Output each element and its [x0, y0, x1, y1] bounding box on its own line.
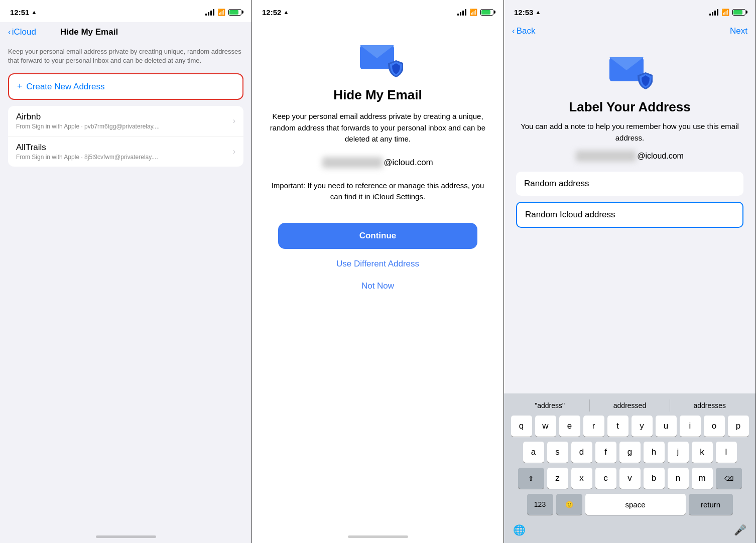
email-suffix-3: @icloud.com	[637, 152, 684, 161]
screen3-email-display: ███████ @icloud.com	[576, 151, 684, 162]
note-input-field[interactable]	[516, 202, 743, 228]
use-different-address-button[interactable]: Use Different Address	[336, 257, 419, 271]
create-new-address-button[interactable]: + Create New Address	[8, 73, 243, 100]
key-b[interactable]: b	[644, 468, 665, 489]
key-u[interactable]: u	[656, 416, 677, 437]
key-emoji[interactable]: 🙂	[556, 494, 582, 515]
label-input-field[interactable]	[516, 172, 743, 196]
screen2-title: Hide My Email	[333, 87, 422, 103]
screen-hide-my-email-intro: 12:52 ▲ 📶 Hid	[252, 0, 504, 543]
next-button[interactable]: Next	[730, 26, 747, 36]
signal-icon-2	[457, 9, 466, 16]
key-i[interactable]: i	[680, 416, 701, 437]
key-f[interactable]: f	[595, 442, 616, 463]
location-arrow-icon-2: ▲	[283, 9, 289, 15]
screen3-email-icon	[607, 49, 653, 91]
screen-label-your-address: 12:53 ▲ 📶 ‹ Back Next	[504, 0, 756, 543]
blurred-email-3: ███████	[576, 151, 636, 162]
location-arrow-icon-3: ▲	[535, 9, 541, 15]
key-z[interactable]: z	[547, 468, 568, 489]
address-list: Airbnb From Sign in with Apple · pvb7rm6…	[8, 106, 243, 167]
keyboard-rows: q w e r t y u i o p a s d f g h j k l	[506, 416, 753, 515]
battery-icon	[228, 9, 241, 16]
wifi-icon-3: 📶	[721, 9, 729, 16]
key-123[interactable]: 123	[527, 494, 553, 515]
list-item-alltrails[interactable]: AllTrails From Sign in with Apple · 8j5t…	[8, 137, 243, 167]
content-area-3: Label Your Address You can add a note to…	[504, 39, 755, 234]
status-icons-3: 📶	[709, 9, 745, 16]
chevron-right-icon-2	[233, 147, 235, 156]
location-arrow-icon: ▲	[31, 9, 37, 15]
back-button-3[interactable]: ‹ Back	[512, 26, 535, 36]
email-suffix: @icloud.com	[384, 158, 433, 168]
globe-icon[interactable]: 🌐	[511, 522, 528, 538]
screen3-subtitle: You can add a note to help you remember …	[516, 121, 743, 144]
status-bar-2: 12:52 ▲ 📶	[252, 0, 503, 22]
create-button-label: Create New Address	[27, 82, 105, 92]
key-m[interactable]: m	[692, 468, 713, 489]
key-n[interactable]: n	[668, 468, 689, 489]
item-sub-airbnb: From Sign in with Apple · pvb7rm6tgg@pri…	[16, 123, 160, 130]
wifi-icon: 📶	[217, 9, 225, 16]
key-x[interactable]: x	[571, 468, 592, 489]
key-j[interactable]: j	[668, 442, 689, 463]
signal-icon-3	[709, 9, 718, 16]
key-l[interactable]: l	[716, 442, 737, 463]
status-icons-2: 📶	[457, 9, 493, 16]
time-3: 12:53 ▲	[514, 8, 541, 17]
key-v[interactable]: v	[619, 468, 641, 489]
home-indicator-2	[348, 535, 408, 538]
key-row-1: q w e r t y u i o p	[508, 416, 751, 437]
screen2-description: Keep your personal email address private…	[267, 111, 488, 145]
item-name-airbnb: Airbnb	[16, 112, 160, 122]
screen3-title: Label Your Address	[569, 99, 690, 115]
key-y[interactable]: y	[632, 416, 653, 437]
key-c[interactable]: c	[595, 468, 616, 489]
time-1: 12:51 ▲	[10, 8, 37, 17]
battery-icon-3	[732, 9, 745, 16]
email-address-display: ███████ @icloud.com	[322, 157, 433, 168]
key-row-2: a s d f g h j k l	[508, 442, 751, 463]
content-area-2: Hide My Email Keep your personal email a…	[252, 22, 503, 308]
list-item-airbnb[interactable]: Airbnb From Sign in with Apple · pvb7rm6…	[8, 106, 243, 137]
time-2: 12:52 ▲	[262, 8, 289, 17]
signal-icon	[205, 9, 214, 16]
key-return[interactable]: return	[689, 494, 733, 515]
microphone-icon[interactable]: 🎤	[732, 522, 748, 538]
key-t[interactable]: t	[607, 416, 628, 437]
not-now-button[interactable]: Not Now	[361, 279, 394, 293]
key-p[interactable]: p	[728, 416, 749, 437]
status-bar-1: 12:51 ▲ 📶	[0, 0, 251, 22]
key-g[interactable]: g	[619, 442, 641, 463]
description-text: Keep your personal email address private…	[0, 41, 251, 73]
key-a[interactable]: a	[523, 442, 544, 463]
blurred-email: ███████	[322, 157, 383, 168]
autocomplete-item-2[interactable]: addresses	[670, 399, 749, 412]
autocomplete-item-0[interactable]: "address"	[510, 399, 590, 412]
autocomplete-bar: "address" addressed addresses	[506, 397, 753, 416]
key-o[interactable]: o	[704, 416, 725, 437]
key-w[interactable]: w	[535, 416, 556, 437]
key-row-4: 123 🙂 space return	[508, 494, 751, 515]
back-to-icloud-button[interactable]: ‹ iCloud	[8, 27, 36, 37]
key-q[interactable]: q	[511, 416, 532, 437]
page-title: Hide My Email	[60, 27, 118, 37]
chevron-right-icon	[233, 116, 235, 125]
key-k[interactable]: k	[692, 442, 713, 463]
autocomplete-item-1[interactable]: addressed	[590, 399, 670, 412]
key-row-3: ⇧ z x c v b n m ⌫	[508, 468, 751, 489]
home-indicator	[96, 535, 156, 538]
chevron-left-icon-3: ‹	[512, 26, 515, 36]
key-shift[interactable]: ⇧	[518, 468, 544, 489]
key-d[interactable]: d	[571, 442, 592, 463]
key-backspace[interactable]: ⌫	[716, 468, 742, 489]
key-space[interactable]: space	[585, 494, 686, 515]
item-name-alltrails: AllTrails	[16, 143, 158, 153]
screen-hide-my-email-list: 12:51 ▲ 📶 ‹ iCloud Hide My Email Keep yo…	[0, 0, 252, 543]
key-h[interactable]: h	[644, 442, 665, 463]
key-s[interactable]: s	[547, 442, 568, 463]
continue-button[interactable]: Continue	[278, 223, 477, 249]
keyboard-bottom-bar: 🌐 🎤	[506, 520, 753, 541]
key-e[interactable]: e	[559, 416, 580, 437]
key-r[interactable]: r	[583, 416, 604, 437]
